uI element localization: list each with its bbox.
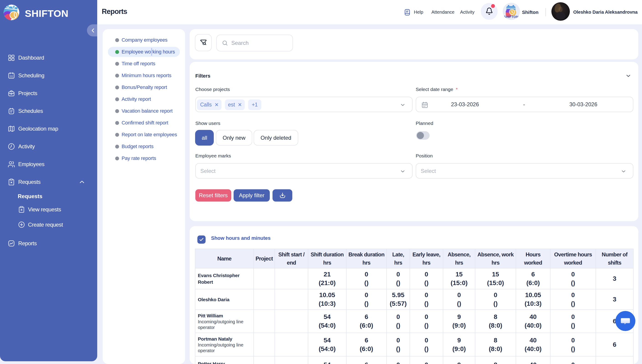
- svg-text:SHIFTON: SHIFTON: [504, 15, 519, 19]
